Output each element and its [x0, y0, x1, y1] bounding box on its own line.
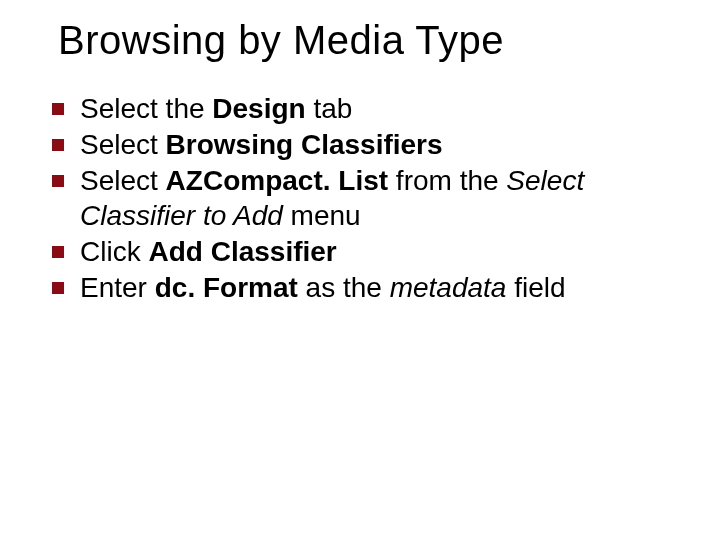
list-item: Enter dc. Format as the metadata field	[46, 270, 680, 306]
square-bullet-icon	[52, 139, 64, 151]
text-run: field	[506, 272, 565, 303]
text-run: AZCompact. List	[166, 165, 388, 196]
text-run: metadata	[390, 272, 507, 303]
text-run: Select the	[80, 93, 212, 124]
text-run: tab	[306, 93, 353, 124]
text-run: Click	[80, 236, 148, 267]
text-run: Add Classifier	[148, 236, 336, 267]
text-run: from the	[388, 165, 506, 196]
text-run: as the	[298, 272, 390, 303]
slide: Browsing by Media Type Select the Design…	[0, 0, 720, 540]
text-run: dc. Format	[155, 272, 298, 303]
square-bullet-icon	[52, 103, 64, 115]
text-run: Select	[80, 129, 166, 160]
list-item: Click Add Classifier	[46, 234, 680, 270]
square-bullet-icon	[52, 175, 64, 187]
text-run: Browsing Classifiers	[166, 129, 443, 160]
text-run: Enter	[80, 272, 155, 303]
bullet-list: Select the Design tabSelect Browsing Cla…	[40, 91, 680, 306]
list-item: Select AZCompact. List from the Select C…	[46, 163, 680, 235]
slide-title: Browsing by Media Type	[58, 18, 680, 63]
text-run: Select	[80, 165, 166, 196]
text-run: Design	[212, 93, 305, 124]
square-bullet-icon	[52, 246, 64, 258]
list-item: Select the Design tab	[46, 91, 680, 127]
text-run: menu	[283, 200, 361, 231]
list-item: Select Browsing Classifiers	[46, 127, 680, 163]
square-bullet-icon	[52, 282, 64, 294]
